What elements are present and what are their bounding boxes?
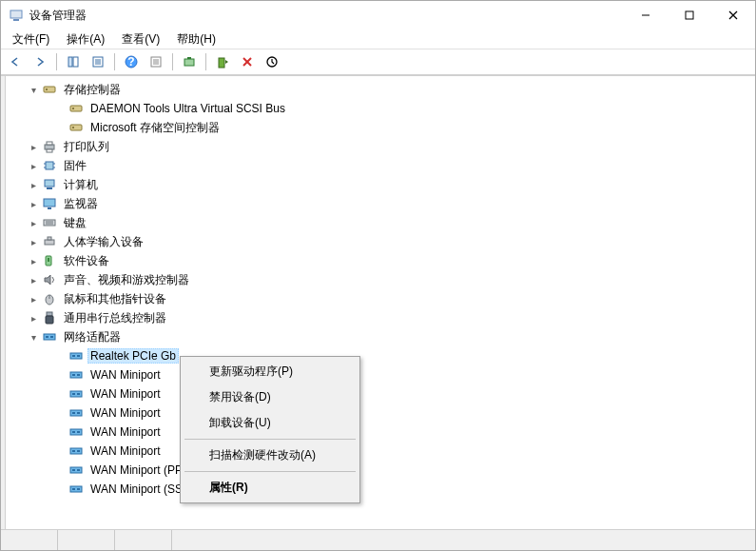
tree-node-sound[interactable]: ▸ 声音、视频和游戏控制器 bbox=[6, 270, 755, 289]
maximize-button[interactable] bbox=[668, 1, 711, 30]
back-button[interactable] bbox=[5, 51, 26, 72]
tree-leaf-wan-miniport[interactable]: WAN Miniport bbox=[6, 442, 755, 461]
chevron-right-icon[interactable]: ▸ bbox=[27, 273, 40, 286]
update-driver-button[interactable] bbox=[212, 51, 233, 72]
status-segment bbox=[58, 530, 115, 550]
close-button[interactable] bbox=[711, 1, 755, 30]
ctx-uninstall-device[interactable]: 卸载设备(U) bbox=[183, 410, 358, 436]
chevron-right-icon[interactable]: ▸ bbox=[27, 178, 40, 191]
disable-button[interactable] bbox=[262, 51, 282, 72]
ctx-properties[interactable]: 属性(R) bbox=[183, 475, 358, 501]
tree-node-network-adapters[interactable]: ▾ 网络适配器 bbox=[6, 327, 755, 346]
svg-rect-52 bbox=[46, 316, 53, 324]
svg-rect-71 bbox=[70, 448, 82, 454]
svg-rect-20 bbox=[219, 58, 224, 68]
tree-leaf-wan-miniport[interactable]: WAN Miniport bbox=[6, 423, 755, 442]
svg-rect-32 bbox=[47, 149, 52, 152]
chevron-right-icon[interactable]: ▸ bbox=[27, 254, 40, 267]
svg-rect-33 bbox=[46, 162, 53, 169]
network-adapter-icon bbox=[68, 348, 84, 364]
tree-node-storage-controllers[interactable]: ▾ 存储控制器 bbox=[6, 80, 755, 99]
tree-node-firmware[interactable]: ▸ 固件 bbox=[6, 156, 755, 175]
status-segment bbox=[115, 530, 172, 550]
chevron-down-icon[interactable]: ▾ bbox=[27, 83, 40, 96]
tree-node-monitor[interactable]: ▸ 监视器 bbox=[6, 194, 755, 213]
svg-rect-40 bbox=[44, 199, 55, 207]
ctx-scan-changes[interactable]: 扫描检测硬件改动(A) bbox=[183, 443, 358, 468]
network-adapter-icon bbox=[68, 443, 84, 459]
chevron-right-icon[interactable]: ▸ bbox=[27, 159, 40, 172]
svg-rect-42 bbox=[44, 220, 55, 226]
tree-node-print-queue[interactable]: ▸ 打印队列 bbox=[6, 137, 755, 156]
network-adapter-icon bbox=[68, 482, 84, 497]
tree-node-keyboard[interactable]: ▸ 键盘 bbox=[6, 213, 755, 232]
titlebar: 设备管理器 bbox=[1, 1, 755, 30]
tree-leaf-realtek-pcie[interactable]: Realtek PCIe Gb bbox=[6, 346, 755, 365]
tree-leaf-ms-storage[interactable]: Microsoft 存储空间控制器 bbox=[6, 118, 755, 137]
menu-view[interactable]: 查看(V) bbox=[114, 30, 167, 49]
help-button[interactable]: ? bbox=[121, 51, 142, 72]
svg-rect-64 bbox=[77, 393, 80, 395]
svg-rect-67 bbox=[77, 412, 80, 414]
chevron-right-icon[interactable]: ▸ bbox=[27, 140, 40, 153]
tree-leaf-wan-miniport[interactable]: WAN Miniport bbox=[6, 365, 755, 384]
ctx-separator bbox=[184, 439, 356, 440]
tree-leaf-wan-miniport-pptp[interactable]: WAN Miniport (PPTP) bbox=[6, 461, 755, 480]
properties-button[interactable] bbox=[87, 51, 108, 72]
ctx-disable-device[interactable]: 禁用设备(D) bbox=[183, 384, 358, 410]
network-adapter-icon bbox=[68, 386, 84, 402]
content-area: ▾ 存储控制器 DAEMON Tools Ultra Virtual SCSI … bbox=[1, 75, 755, 529]
window-title: 设备管理器 bbox=[29, 8, 624, 24]
svg-point-29 bbox=[72, 127, 74, 128]
svg-rect-55 bbox=[50, 336, 53, 338]
tree-node-hid[interactable]: ▸ 人体学输入设备 bbox=[6, 232, 755, 251]
chevron-right-icon[interactable]: ▸ bbox=[27, 311, 40, 325]
toolbar-separator bbox=[114, 53, 115, 70]
chevron-right-icon[interactable]: ▸ bbox=[27, 235, 40, 248]
svg-rect-19 bbox=[187, 57, 191, 59]
action-list-button[interactable] bbox=[145, 51, 166, 72]
toolbar-separator bbox=[205, 53, 206, 70]
menu-help[interactable]: 帮助(H) bbox=[169, 30, 223, 49]
scan-hardware-button[interactable] bbox=[179, 51, 200, 72]
chevron-right-icon[interactable]: ▸ bbox=[27, 216, 40, 229]
svg-rect-45 bbox=[45, 240, 54, 245]
forward-button[interactable] bbox=[29, 51, 50, 72]
svg-rect-79 bbox=[77, 488, 80, 490]
device-tree[interactable]: ▾ 存储控制器 DAEMON Tools Ultra Virtual SCSI … bbox=[6, 76, 755, 529]
statusbar bbox=[1, 529, 755, 550]
network-adapter-icon bbox=[68, 405, 84, 421]
chevron-down-icon[interactable]: ▾ bbox=[27, 330, 40, 344]
tree-node-mouse[interactable]: ▸ 鼠标和其他指针设备 bbox=[6, 289, 755, 308]
svg-rect-31 bbox=[47, 142, 52, 145]
tree-leaf-wan-miniport-sstp[interactable]: WAN Miniport (SSTP) bbox=[6, 480, 755, 499]
tree-node-software-devices[interactable]: ▸ 软件设备 bbox=[6, 251, 755, 270]
ctx-update-driver[interactable]: 更新驱动程序(P) bbox=[183, 359, 358, 384]
tree-node-computer[interactable]: ▸ 计算机 bbox=[6, 175, 755, 194]
computer-icon bbox=[42, 177, 57, 192]
uninstall-button[interactable] bbox=[237, 51, 258, 72]
monitor-icon bbox=[42, 196, 57, 211]
network-adapter-icon bbox=[68, 367, 84, 383]
tree-node-usb[interactable]: ▸ 通用串行总线控制器 bbox=[6, 308, 755, 327]
chevron-right-icon[interactable]: ▸ bbox=[27, 292, 40, 305]
minimize-button[interactable] bbox=[624, 1, 668, 30]
svg-rect-24 bbox=[44, 87, 55, 92]
tree-leaf-wan-miniport[interactable]: WAN Miniport bbox=[6, 384, 755, 403]
svg-rect-62 bbox=[70, 391, 82, 397]
menu-file[interactable]: 文件(F) bbox=[5, 30, 57, 49]
chip-icon bbox=[42, 158, 57, 173]
svg-rect-59 bbox=[70, 372, 82, 378]
menu-action[interactable]: 操作(A) bbox=[59, 30, 112, 49]
svg-rect-48 bbox=[48, 258, 49, 262]
tree-leaf-daemon-tools[interactable]: DAEMON Tools Ultra Virtual SCSI Bus bbox=[6, 99, 755, 118]
svg-rect-74 bbox=[70, 467, 82, 473]
show-hide-tree-button[interactable] bbox=[63, 51, 84, 72]
app-icon bbox=[9, 8, 24, 23]
tree-leaf-wan-miniport[interactable]: WAN Miniport bbox=[6, 403, 755, 423]
menubar: 文件(F) 操作(A) 查看(V) 帮助(H) bbox=[1, 30, 755, 49]
status-segment bbox=[1, 530, 58, 550]
chevron-right-icon[interactable]: ▸ bbox=[27, 197, 40, 210]
storage-controller-icon bbox=[42, 82, 57, 97]
svg-rect-60 bbox=[72, 374, 75, 376]
